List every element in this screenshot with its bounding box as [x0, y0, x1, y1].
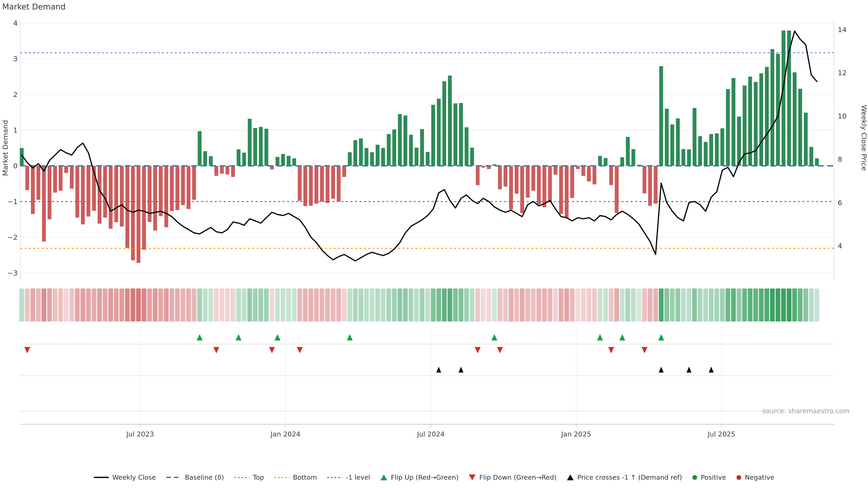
flip-down-marker	[497, 347, 503, 353]
bar-positive	[765, 67, 769, 166]
heatmap-cell	[715, 289, 719, 322]
bar-positive	[242, 153, 246, 166]
bar-negative	[314, 166, 318, 203]
heatmap-cell	[258, 289, 263, 322]
bar-negative	[215, 166, 218, 176]
heatmap-cell	[692, 289, 697, 322]
heatmap-cell	[598, 289, 602, 322]
bar-positive	[398, 114, 402, 166]
heatmap-cell	[781, 289, 786, 322]
left-tick-label: 1	[13, 126, 18, 134]
flip-down-marker	[475, 347, 480, 353]
heatmap-cell	[386, 289, 391, 322]
heatmap-cell	[792, 289, 797, 322]
right-tick-label: 10	[838, 112, 846, 120]
heatmap-cell	[203, 289, 208, 322]
bar-negative	[81, 166, 85, 224]
bar-positive	[442, 81, 446, 166]
bar-negative	[643, 166, 647, 193]
x-tick-label: Jul 2024	[416, 430, 445, 438]
dot-legend-icon	[692, 475, 697, 480]
tri-up-legend-icon	[567, 475, 574, 480]
bar-negative	[592, 166, 596, 184]
heatmap-cell	[236, 289, 241, 322]
bar-positive	[737, 117, 741, 166]
heatmap-cell	[464, 289, 469, 322]
flip-up-marker	[275, 334, 281, 340]
bar-positive	[359, 138, 363, 166]
heatmap-cell	[86, 289, 91, 322]
bar-negative	[153, 166, 157, 230]
x-tick-label: Jul 2023	[126, 430, 154, 438]
heatmap-cell	[776, 289, 780, 322]
flip-up-marker	[197, 334, 203, 340]
flip-up-marker	[597, 334, 603, 340]
bar-negative	[109, 166, 113, 229]
heatmap-cell	[770, 289, 775, 322]
heatmap-cell	[175, 289, 180, 322]
legend-label: Weekly Close	[112, 474, 156, 481]
bar-negative	[581, 166, 585, 176]
heatmap-cell	[503, 289, 508, 322]
bar-positive	[403, 116, 407, 166]
price-cross-marker	[436, 367, 441, 372]
bar-negative	[498, 166, 502, 189]
bar-negative	[320, 166, 324, 201]
legend-item: Price crosses -1 ↑ (Demand ref)	[567, 474, 682, 481]
right-axis-title: Weekly Close Price	[860, 105, 868, 171]
bar-positive	[604, 158, 608, 166]
heatmap-cell	[69, 289, 74, 322]
left-tick-label: 2	[13, 90, 18, 98]
bar-positive	[771, 49, 774, 166]
bar-negative	[75, 166, 79, 218]
bar-negative	[164, 166, 168, 227]
legend-label: Flip Up (Red→Green)	[391, 474, 458, 481]
flip-up-marker	[491, 334, 497, 340]
right-tick-label: 6	[838, 199, 842, 207]
heatmap-cell	[81, 289, 85, 322]
bar-positive	[420, 129, 424, 166]
left-axis-title: Market Demand	[1, 120, 9, 176]
bar-positive	[798, 89, 802, 166]
heatmap-cell	[320, 289, 324, 322]
heatmap-cell	[564, 289, 569, 322]
heatmap-cell	[375, 289, 380, 322]
bar-positive	[470, 148, 474, 166]
heatmap-cell	[131, 289, 135, 322]
heatmap-cell	[314, 289, 319, 322]
bar-positive	[409, 135, 413, 166]
bar-positive	[370, 152, 374, 166]
heatmap-cell	[219, 289, 224, 322]
bar-negative	[648, 166, 652, 206]
bar-positive	[276, 157, 279, 166]
bar-positive	[709, 134, 713, 166]
bar-positive	[281, 154, 285, 166]
heatmap-cell	[325, 289, 330, 322]
flip-down-marker	[213, 347, 219, 353]
bar-positive	[237, 149, 241, 166]
heatmap-cell	[230, 289, 235, 322]
legend-label: Negative	[745, 474, 774, 481]
bar-positive	[209, 156, 213, 166]
bar-positive	[459, 103, 463, 166]
bar-positive	[687, 149, 691, 166]
heatmap-cell	[420, 289, 425, 322]
bar-negative	[159, 166, 163, 216]
left-tick-label: −2	[7, 233, 18, 241]
heatmap-cell	[342, 289, 346, 322]
heatmap-cell	[798, 289, 803, 322]
heatmap-cell	[186, 289, 191, 322]
heatmap-cell	[576, 289, 580, 322]
price-line	[22, 31, 817, 261]
heatmap-cell	[381, 289, 385, 322]
bar-positive	[203, 151, 207, 166]
heatmap-cell	[725, 289, 730, 322]
legend-label: Top	[253, 474, 264, 481]
bar-positive	[265, 129, 268, 166]
heatmap-cell	[425, 289, 430, 322]
bar-negative	[609, 166, 613, 185]
bar-negative	[331, 166, 335, 199]
heatmap-cell	[637, 289, 641, 322]
bar-negative	[181, 166, 185, 205]
bar-negative	[554, 166, 557, 175]
